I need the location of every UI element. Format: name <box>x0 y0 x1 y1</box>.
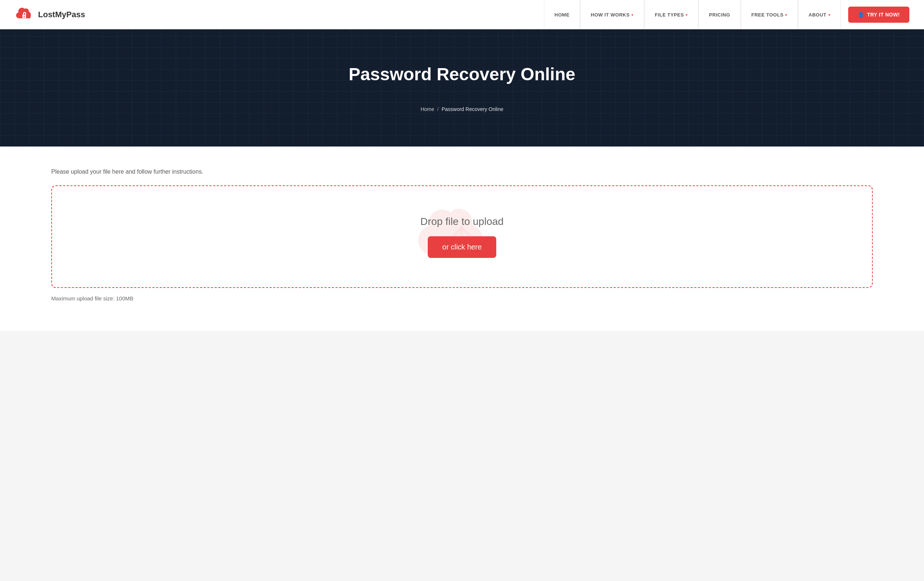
breadcrumb-current: Password Recovery Online <box>442 106 503 112</box>
nav-container: HOME HOW IT WORKS ▾ FILE TYPES ▾ PRICING <box>544 0 909 29</box>
nav-link-pricing[interactable]: PRICING <box>698 0 741 29</box>
nav-link-free-tools[interactable]: FREE TOOLS ▾ <box>741 0 798 29</box>
nav-item-pricing[interactable]: PRICING <box>698 0 741 29</box>
main-content: Please upload your file here and follow … <box>0 147 924 331</box>
nav-label-about: ABOUT <box>808 12 827 18</box>
nav-label-file-types: FILE TYPES <box>655 12 684 18</box>
upload-instruction: Please upload your file here and follow … <box>51 168 873 175</box>
brand-logo[interactable]: LostMyPass <box>15 7 85 23</box>
drop-file-text: Drop file to upload <box>421 216 503 228</box>
chevron-down-icon-4: ▾ <box>828 13 831 17</box>
nav-link-file-types[interactable]: FILE TYPES ▾ <box>644 0 698 29</box>
hero-section: Password Recovery Online Home / Password… <box>0 29 924 147</box>
upload-dropzone[interactable]: Drop file to upload or click here <box>51 185 873 288</box>
nav-item-file-types[interactable]: FILE TYPES ▾ <box>644 0 698 29</box>
breadcrumb-home-link[interactable]: Home <box>421 106 434 112</box>
brand-name: LostMyPass <box>38 10 85 20</box>
breadcrumb-separator: / <box>437 106 439 112</box>
try-it-now-button[interactable]: 👤 TRY IT NOW! <box>848 7 909 23</box>
nav-item-free-tools[interactable]: FREE TOOLS ▾ <box>741 0 798 29</box>
svg-rect-2 <box>24 17 25 17</box>
breadcrumb: Home / Password Recovery Online <box>421 106 503 112</box>
user-icon: 👤 <box>858 12 864 18</box>
navbar: LostMyPass HOME HOW IT WORKS ▾ FILE TYPE… <box>0 0 924 29</box>
hero-background <box>0 29 924 147</box>
nav-item-home[interactable]: HOME <box>544 0 580 29</box>
nav-label-pricing: PRICING <box>709 12 730 18</box>
nav-label-free-tools: FREE TOOLS <box>751 12 784 18</box>
nav-item-how-it-works[interactable]: HOW IT WORKS ▾ <box>580 0 644 29</box>
hero-title: Password Recovery Online <box>349 64 575 84</box>
nav-label-how-it-works: HOW IT WORKS <box>591 12 630 18</box>
click-here-button[interactable]: or click here <box>428 236 497 258</box>
try-btn-label: TRY IT NOW! <box>867 12 900 18</box>
logo-svg <box>15 7 34 23</box>
nav-label-home: HOME <box>554 12 569 18</box>
chevron-down-icon-3: ▾ <box>785 13 787 17</box>
nav-link-how-it-works[interactable]: HOW IT WORKS ▾ <box>580 0 644 29</box>
chevron-down-icon-2: ▾ <box>686 13 688 17</box>
max-upload-size-label: Maximum upload file size: 100MB <box>51 295 873 302</box>
nav-link-home[interactable]: HOME <box>544 0 580 29</box>
nav-link-about[interactable]: ABOUT ▾ <box>798 0 841 29</box>
chevron-down-icon: ▾ <box>631 13 634 17</box>
nav-menu: HOME HOW IT WORKS ▾ FILE TYPES ▾ PRICING <box>544 0 841 29</box>
nav-item-about[interactable]: ABOUT ▾ <box>798 0 841 29</box>
